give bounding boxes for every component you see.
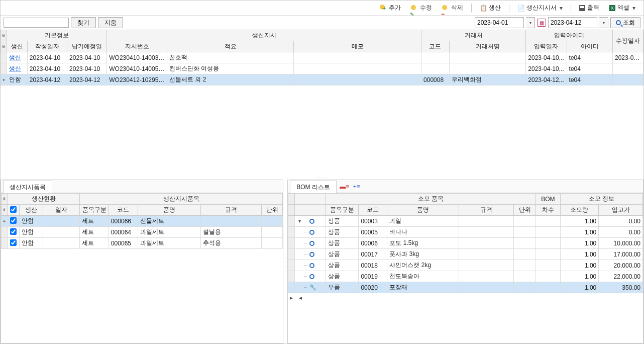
col-group-consume[interactable]: 소모 품목 bbox=[326, 194, 536, 205]
cell-level bbox=[536, 249, 560, 260]
row-checkbox[interactable] bbox=[10, 217, 17, 224]
col-createddate[interactable]: 작성일자 bbox=[27, 41, 67, 52]
cell-tree[interactable]: ··· bbox=[295, 271, 326, 282]
col-check[interactable] bbox=[8, 205, 19, 216]
cell-tree[interactable]: ··· bbox=[295, 249, 326, 260]
date-to-dropdown[interactable]: ▾ bbox=[599, 17, 608, 28]
delete-button[interactable]: 삭제 bbox=[438, 2, 467, 14]
outdent-icon[interactable]: ▬≡ bbox=[341, 183, 349, 191]
col-unit[interactable]: 단위 bbox=[262, 205, 283, 216]
date-from-dropdown[interactable]: ▾ bbox=[526, 17, 535, 28]
col-qty[interactable]: 소모량 bbox=[560, 205, 599, 216]
table-row[interactable]: ··· 상품 00017 풋사과 3kg 1.00 17,000.00 bbox=[288, 249, 643, 260]
col-group-info[interactable]: 소모 정보 bbox=[560, 194, 642, 205]
tab-bom-list[interactable]: BOM 리스트 bbox=[290, 181, 337, 194]
table-row[interactable]: ··· 상품 00005 바나나 1.00 0.00 bbox=[288, 227, 643, 238]
row-handle bbox=[288, 271, 295, 282]
produce-button[interactable]: 📋생산 bbox=[476, 2, 505, 14]
cell-tree[interactable]: ▾··· bbox=[295, 216, 326, 227]
lookup-button[interactable]: 조회 bbox=[610, 17, 640, 28]
col-name[interactable]: 품명 bbox=[387, 205, 459, 216]
table-row[interactable]: 안함 세트 000064 과일세트 설날용 bbox=[2, 227, 283, 238]
add-button[interactable]: 추가 bbox=[376, 2, 405, 14]
tree-scroll-icon[interactable]: ◂ bbox=[299, 294, 302, 301]
cell-produce: 안함 bbox=[7, 74, 28, 85]
cell-tree[interactable]: ··· bbox=[295, 227, 326, 238]
col-itemtype[interactable]: 품목구분 bbox=[80, 205, 109, 216]
table-row[interactable]: ▸ 안함 세트 000066 선물세트 bbox=[2, 216, 283, 227]
table-row[interactable]: ··· 상품 00018 샤인머스캣 2kg 1.00 20,000.00 bbox=[288, 260, 643, 271]
collapse-icon[interactable]: ▾ bbox=[297, 218, 302, 224]
tab-order-items[interactable]: 생산지시품목 bbox=[3, 181, 52, 194]
col-vendorname[interactable]: 거래처명 bbox=[449, 41, 525, 52]
cell-check[interactable] bbox=[8, 238, 19, 249]
table-row[interactable]: ▸ 안함 2023-04-12 2023-04-12 WO230412-1029… bbox=[1, 74, 643, 85]
col-name[interactable]: 품명 bbox=[138, 205, 201, 216]
search-input[interactable] bbox=[4, 18, 69, 28]
cell-qty: 1.00 bbox=[560, 238, 599, 249]
produce-doc-dropdown[interactable]: 📄생산지시서 bbox=[513, 2, 567, 14]
table-row[interactable]: ▾··· 상품 00003 과일 1.00 0.00 bbox=[288, 216, 643, 227]
cell-code: 00017 bbox=[359, 249, 387, 260]
col-spec[interactable]: 규격 bbox=[459, 205, 514, 216]
print-button[interactable]: 출력 bbox=[575, 2, 603, 14]
col-code[interactable]: 코드 bbox=[359, 205, 387, 216]
col-group-inputid[interactable]: 입력아이디 bbox=[526, 30, 613, 41]
calendar-icon[interactable]: ▦ bbox=[537, 19, 546, 27]
row-checkbox[interactable] bbox=[10, 228, 17, 235]
check-all[interactable] bbox=[10, 206, 17, 213]
col-code[interactable]: 코드 bbox=[421, 41, 450, 52]
cell-produce[interactable]: 생산 bbox=[7, 63, 28, 74]
cell-code: 00006 bbox=[359, 238, 387, 249]
col-level[interactable]: 차수 bbox=[536, 205, 560, 216]
add-label: 추가 bbox=[389, 4, 401, 12]
clear-button[interactable]: 지움 bbox=[98, 17, 123, 28]
col-group-basic[interactable]: 기본정보 bbox=[7, 30, 107, 41]
col-duedate[interactable]: 납기예정일 bbox=[67, 41, 107, 52]
col-inprice[interactable]: 입고가 bbox=[599, 205, 643, 216]
cell-tree[interactable]: ···🔧 bbox=[295, 282, 326, 293]
table-row[interactable]: ···🔧 부품 00020 포장재 1.00 350.00 bbox=[288, 282, 643, 293]
col-group-order[interactable]: 생산지시 bbox=[107, 30, 421, 41]
table-row[interactable]: 안함 세트 000065 과일세트 추석용 bbox=[2, 238, 283, 249]
cell-check[interactable] bbox=[8, 227, 19, 238]
edit-button[interactable]: 수정 bbox=[407, 2, 436, 14]
col-moddate[interactable]: 수정일자 bbox=[612, 30, 643, 52]
date-from-input[interactable] bbox=[475, 17, 524, 28]
cell-produce: 안함 bbox=[19, 216, 43, 227]
col-code[interactable]: 코드 bbox=[109, 205, 138, 216]
col-group-bom[interactable]: BOM bbox=[536, 194, 560, 205]
cell-check[interactable] bbox=[8, 216, 19, 227]
table-row[interactable]: ··· 상품 00019 천도복숭아 1.00 22,000.00 bbox=[288, 271, 643, 282]
col-group-status[interactable]: 생산현황 bbox=[8, 194, 80, 205]
cell-produce[interactable]: 생산 bbox=[7, 52, 28, 63]
horizontal-splitter[interactable]: ····· bbox=[1, 176, 643, 180]
col-group-vendor[interactable]: 거래처 bbox=[421, 30, 526, 41]
col-orderno[interactable]: 지시번호 bbox=[107, 41, 167, 52]
col-produce[interactable]: 생산 bbox=[19, 205, 43, 216]
cell-tree[interactable]: ··· bbox=[295, 260, 326, 271]
col-unit[interactable]: 단위 bbox=[514, 205, 536, 216]
vertical-splitter[interactable]: ··· bbox=[283, 180, 287, 343]
col-inputdate[interactable]: 입력일자 bbox=[526, 41, 567, 52]
col-id[interactable]: 아이디 bbox=[567, 41, 612, 52]
bottom-panels: 생산지시품목 ※ 생산현황 생산지시품목 ※ bbox=[1, 180, 643, 343]
col-produce[interactable]: 생산 bbox=[7, 41, 28, 52]
col-group-items[interactable]: 생산지시품목 bbox=[80, 194, 283, 205]
find-button[interactable]: 찾기 bbox=[71, 17, 96, 28]
cell-inprice: 17,000.00 bbox=[599, 249, 643, 260]
table-row[interactable]: ··· 상품 00006 포도 1.5kg 1.00 10,000.00 bbox=[288, 238, 643, 249]
excel-dropdown[interactable]: 엑셀 bbox=[605, 2, 639, 14]
date-to-input[interactable] bbox=[548, 17, 597, 28]
cell-unit bbox=[262, 216, 283, 227]
col-memo[interactable]: 메모 bbox=[294, 41, 421, 52]
col-subject[interactable]: 적요 bbox=[167, 41, 294, 52]
table-row[interactable]: 생산 2023-04-10 2023-04-10 WO230410-140050… bbox=[1, 63, 643, 74]
row-checkbox[interactable] bbox=[10, 239, 17, 246]
col-itemtype[interactable]: 품목구분 bbox=[326, 205, 359, 216]
col-spec[interactable]: 규격 bbox=[201, 205, 262, 216]
col-date[interactable]: 일자 bbox=[43, 205, 79, 216]
indent-icon[interactable]: +≡ bbox=[353, 183, 361, 191]
cell-tree[interactable]: ··· bbox=[295, 238, 326, 249]
table-row[interactable]: 생산 2023-04-10 2023-04-10 WO230410-140031… bbox=[1, 52, 643, 63]
